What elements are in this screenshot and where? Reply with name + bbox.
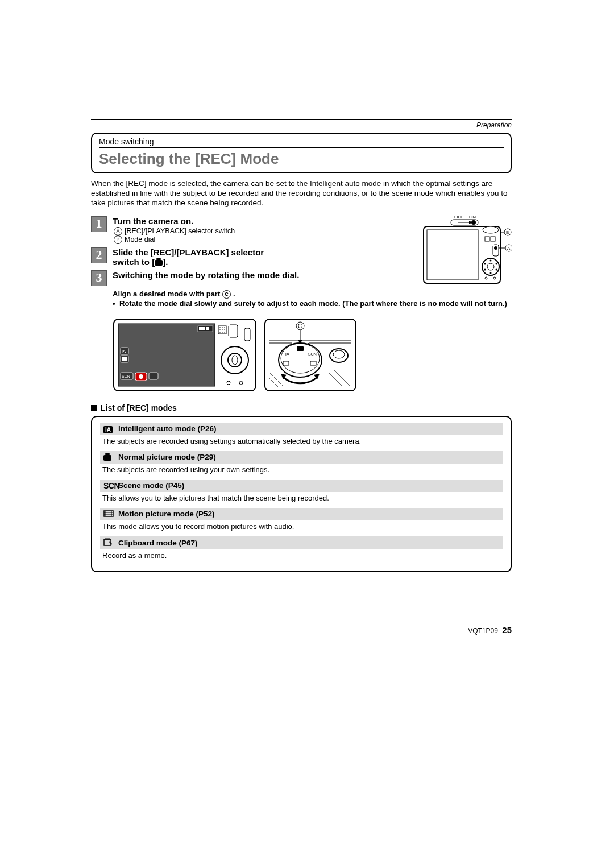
ia-icon: iA bbox=[103, 424, 118, 433]
svg-rect-50 bbox=[229, 325, 238, 337]
svg-text:iA: iA bbox=[285, 352, 290, 357]
modes-list: iA Intelligent auto mode (P26) The subje… bbox=[91, 416, 512, 572]
on-label: ON bbox=[469, 214, 476, 220]
doc-code: VQT1P09 bbox=[468, 627, 498, 635]
svg-point-18 bbox=[490, 272, 492, 274]
step-title: Switching the mode by rotating the mode … bbox=[113, 270, 340, 280]
mode-row: Clipboard mode (P67) Record as a memo. bbox=[100, 536, 503, 563]
motion-icon bbox=[103, 510, 118, 519]
mark-a-icon: A bbox=[114, 227, 122, 235]
sub-text: Mode dial bbox=[125, 235, 155, 243]
intro-text: When the [REC] mode is selected, the cam… bbox=[91, 179, 512, 208]
list-header: List of [REC] modes bbox=[91, 403, 512, 412]
camera-icon bbox=[155, 260, 163, 266]
svg-text:SCN: SCN bbox=[308, 352, 317, 356]
svg-point-19 bbox=[484, 268, 486, 270]
svg-point-45 bbox=[222, 329, 223, 330]
bullet-icon: • bbox=[113, 299, 119, 309]
svg-point-15 bbox=[490, 259, 492, 261]
svg-rect-51 bbox=[244, 328, 250, 341]
mark-b-icon: B bbox=[114, 235, 122, 244]
svg-point-41 bbox=[219, 327, 221, 328]
svg-rect-28 bbox=[199, 327, 202, 330]
step-number: 2 bbox=[91, 247, 107, 263]
svg-rect-64 bbox=[297, 346, 304, 351]
svg-text:iA: iA bbox=[122, 349, 126, 354]
mode-dial-diagram: iA SCN bbox=[113, 316, 357, 395]
manual-page: Preparation Mode switching Selecting the… bbox=[91, 119, 512, 572]
mode-row: iA Intelligent auto mode (P26) The subje… bbox=[100, 423, 503, 449]
footer: VQT1P09 25 bbox=[468, 625, 512, 635]
svg-point-49 bbox=[224, 332, 225, 333]
svg-point-72 bbox=[333, 350, 345, 358]
svg-point-44 bbox=[219, 329, 221, 330]
page-number: 25 bbox=[502, 625, 512, 635]
mode-row: Motion picture mode (P52) This mode allo… bbox=[100, 508, 503, 534]
category-label: Mode switching bbox=[99, 137, 504, 148]
mark-b: B bbox=[506, 230, 509, 235]
svg-point-46 bbox=[224, 329, 225, 330]
mode-desc: This mode allows you to record motion pi… bbox=[100, 520, 503, 534]
mode-desc: This allows you to take pictures that ma… bbox=[100, 492, 503, 506]
svg-point-6 bbox=[483, 226, 499, 233]
svg-rect-5 bbox=[427, 230, 478, 280]
svg-point-47 bbox=[219, 332, 221, 333]
mark-a: A bbox=[507, 246, 511, 251]
rule bbox=[91, 119, 512, 120]
svg-point-16 bbox=[496, 263, 497, 264]
step-title: Slide the [REC]/[PLAYBACK] selector swit… bbox=[113, 247, 340, 267]
mode-desc: Record as a memo. bbox=[100, 549, 503, 563]
svg-point-17 bbox=[496, 268, 497, 270]
svg-rect-34 bbox=[122, 357, 127, 361]
svg-point-42 bbox=[222, 327, 223, 328]
camera-icon bbox=[103, 453, 118, 462]
svg-rect-29 bbox=[202, 327, 205, 330]
mode-title: Intelligent auto mode (P26) bbox=[118, 424, 217, 433]
svg-point-48 bbox=[222, 332, 223, 333]
step-number: 1 bbox=[91, 216, 107, 232]
mode-title: Clipboard mode (P67) bbox=[118, 539, 198, 547]
svg-rect-39 bbox=[149, 373, 158, 379]
mode-title: Normal picture mode (P29) bbox=[118, 453, 216, 461]
steps: OFF ON A bbox=[91, 216, 512, 395]
svg-point-43 bbox=[224, 327, 225, 328]
svg-point-10 bbox=[494, 246, 497, 250]
svg-text:SCN: SCN bbox=[122, 374, 130, 378]
mark-c: C bbox=[298, 323, 302, 329]
mode-desc: The subjects are recorded using your own… bbox=[100, 464, 503, 477]
svg-point-20 bbox=[484, 263, 486, 264]
camera-back-illustration: OFF ON A bbox=[418, 213, 512, 287]
svg-rect-30 bbox=[206, 327, 209, 330]
section-label: Preparation bbox=[91, 121, 512, 129]
mode-desc: The subjects are recorded using settings… bbox=[100, 435, 503, 449]
page-title: Selecting the [REC] Mode bbox=[99, 150, 504, 168]
svg-point-38 bbox=[139, 374, 143, 379]
mode-title: Motion picture mode (P52) bbox=[118, 510, 215, 518]
svg-point-54 bbox=[232, 356, 238, 365]
svg-point-14 bbox=[487, 263, 494, 270]
clipboard-icon bbox=[103, 538, 118, 548]
step-3-notes: Align a desired mode with part C. • Rota… bbox=[113, 290, 512, 309]
mode-title: Scene mode (P45) bbox=[118, 481, 184, 490]
note-text: Rotate the mode dial slowly and surely t… bbox=[119, 299, 507, 309]
mode-row: SCN Scene mode (P45) This allows you to … bbox=[100, 480, 503, 506]
step-number: 3 bbox=[91, 270, 107, 286]
mode-row: Normal picture mode (P29) The subjects a… bbox=[100, 451, 503, 477]
mark-c-icon: C bbox=[222, 290, 231, 299]
scn-icon: SCN bbox=[103, 481, 118, 490]
square-bullet-icon bbox=[91, 405, 97, 411]
off-label: OFF bbox=[454, 214, 463, 220]
sub-text: [REC]/[PLAYBACK] selector switch bbox=[125, 227, 235, 235]
title-box: Mode switching Selecting the [REC] Mode bbox=[91, 133, 512, 173]
svg-rect-77 bbox=[104, 511, 113, 516]
